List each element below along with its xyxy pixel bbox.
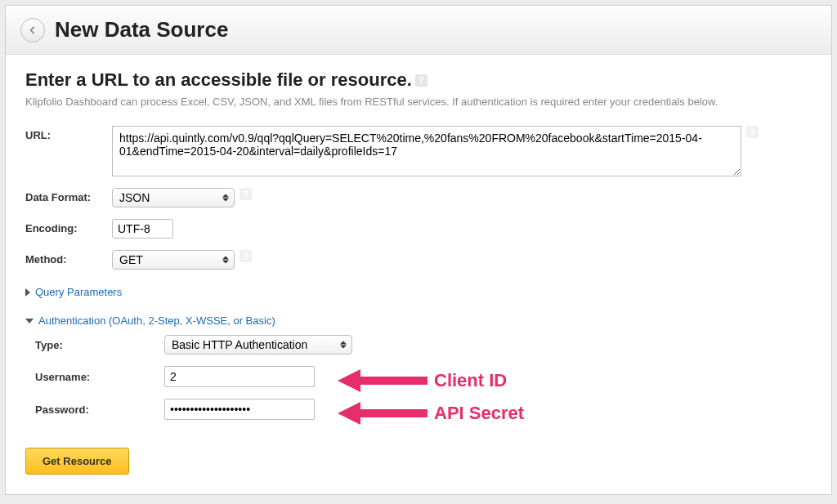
get-resource-button[interactable]: Get Resource bbox=[25, 448, 129, 475]
url-row: URL: ? bbox=[25, 126, 812, 176]
username-label: Username: bbox=[35, 371, 164, 383]
method-select[interactable]: GET bbox=[112, 250, 235, 270]
method-label: Method: bbox=[25, 250, 112, 265]
password-input[interactable] bbox=[164, 399, 315, 420]
url-label: URL: bbox=[25, 126, 112, 141]
encoding-label: Encoding: bbox=[25, 219, 112, 234]
auth-type-label: Type: bbox=[35, 339, 164, 351]
chevron-right-icon bbox=[25, 288, 30, 297]
section-heading-text: Enter a URL to an accessible file or res… bbox=[25, 69, 412, 91]
data-format-row: Data Format: JSON ? bbox=[25, 188, 812, 207]
username-row: Username: bbox=[35, 366, 812, 387]
authentication-label: Authentication (OAuth, 2-Step, X-WSSE, o… bbox=[38, 314, 275, 327]
query-parameters-label: Query Parameters bbox=[35, 286, 122, 298]
chevron-down-icon bbox=[25, 319, 34, 323]
auth-type-select[interactable]: Basic HTTP Authentication bbox=[164, 335, 352, 355]
authentication-section: Type: Basic HTTP Authentication Username… bbox=[35, 335, 812, 420]
page-title: New Data Source bbox=[55, 17, 228, 42]
section-heading: Enter a URL to an accessible file or res… bbox=[25, 69, 812, 91]
encoding-row: Encoding: bbox=[25, 219, 812, 239]
method-row: Method: GET ? bbox=[25, 250, 812, 270]
data-format-select[interactable]: JSON bbox=[112, 188, 235, 207]
password-label: Password: bbox=[35, 404, 164, 416]
help-icon[interactable]: ? bbox=[415, 74, 427, 87]
auth-type-row: Type: Basic HTTP Authentication bbox=[35, 335, 812, 355]
back-arrow-icon bbox=[27, 25, 38, 36]
help-icon[interactable]: ? bbox=[239, 188, 252, 200]
password-row: Password: bbox=[35, 399, 812, 420]
username-input[interactable] bbox=[164, 366, 315, 387]
back-button[interactable] bbox=[20, 18, 45, 42]
help-icon[interactable]: ? bbox=[746, 126, 759, 138]
encoding-input[interactable] bbox=[112, 219, 173, 239]
content-area: Enter a URL to an accessible file or res… bbox=[6, 55, 831, 494]
url-input[interactable] bbox=[112, 126, 741, 176]
section-subtitle: Klipfolio Dashboard can process Excel, C… bbox=[25, 96, 812, 108]
data-format-label: Data Format: bbox=[25, 188, 112, 203]
help-icon[interactable]: ? bbox=[239, 250, 252, 262]
authentication-toggle[interactable]: Authentication (OAuth, 2-Step, X-WSSE, o… bbox=[25, 314, 812, 327]
main-panel: New Data Source Enter a URL to an access… bbox=[5, 5, 832, 495]
query-parameters-toggle[interactable]: Query Parameters bbox=[25, 286, 812, 298]
header-bar: New Data Source bbox=[6, 6, 831, 55]
